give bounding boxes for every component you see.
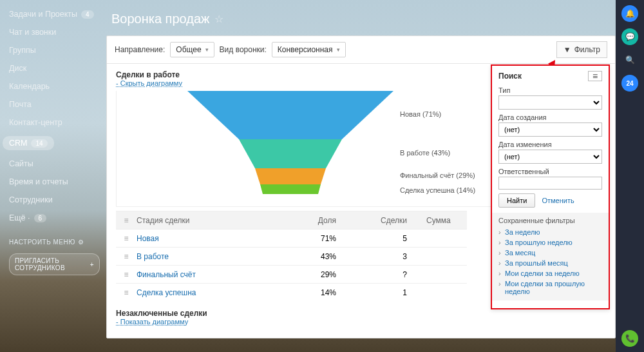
saved-filter-item[interactable]: За месяц (498, 248, 602, 258)
search-icon[interactable]: 🔍 (621, 52, 638, 68)
stages-table: ≡ Стадия сделки Доля Сделки Сумма ≡ Нова… (116, 211, 467, 301)
sidebar-item-chat[interactable]: Чат и звонки (9, 23, 100, 41)
star-icon[interactable]: ☆ (214, 13, 223, 25)
saved-filter-item[interactable]: За прошлую неделю (498, 237, 602, 248)
filter-type-label: Тип (498, 86, 602, 94)
sidebar-item-disk[interactable]: Диск (9, 59, 100, 77)
funnel-type-label: Вид воронки: (220, 45, 267, 54)
table-row: ≡ Новая 71% 5 (116, 229, 467, 247)
filter-panel-title: Поиск (498, 72, 522, 81)
col-stage[interactable]: Стадия сделки (137, 216, 278, 225)
funnel-svg (187, 91, 393, 200)
bell-icon[interactable]: 🔔 (621, 5, 638, 22)
list-view-icon[interactable] (588, 71, 602, 81)
saved-filter-item[interactable]: За прошлый месяц (498, 258, 602, 268)
svg-marker-2 (255, 168, 326, 184)
col-share[interactable]: Доля (278, 216, 355, 225)
badge: 4 (81, 10, 94, 19)
sidebar-item-crm[interactable]: CRM14 (9, 132, 100, 155)
badge: 6 (34, 214, 47, 222)
col-deals[interactable]: Сделки (355, 216, 426, 225)
filter-created-label: Дата создания (498, 113, 602, 121)
filter-responsible-label: Ответственный (498, 168, 602, 175)
funnel-type-dropdown[interactable]: Конверсионная▾ (272, 42, 346, 57)
plus-icon: + (90, 261, 94, 268)
badge: 14 (31, 139, 47, 148)
sidebar-item-more[interactable]: Ещё ·6 (9, 209, 100, 227)
svg-marker-0 (187, 91, 393, 139)
sidebar-item-tasks[interactable]: Задачи и Проекты4 (9, 5, 100, 23)
chevron-down-icon: ▾ (337, 46, 340, 53)
sidebar-item-mail[interactable]: Почта (9, 95, 100, 113)
chevron-down-icon: ▾ (205, 46, 209, 53)
saved-filter-item[interactable]: За неделю (498, 227, 602, 237)
svg-marker-1 (239, 139, 342, 168)
stage-link[interactable]: Новая (137, 234, 278, 243)
configure-menu-link[interactable]: НАСТРОИТЬ МЕНЮ⚙ (9, 239, 100, 246)
filter-toggle-button[interactable]: ▼Фильтр (556, 41, 607, 58)
drag-icon[interactable]: ≡ (116, 270, 137, 279)
funnel-stage-label: Финальный счёт (29%) (400, 171, 475, 179)
filter-modified-label: Дата изменения (498, 141, 602, 148)
unclosed-deals-title: Незаключенные сделки (116, 309, 606, 318)
drag-icon[interactable]: ≡ (116, 288, 137, 297)
sidebar-item-contact-center[interactable]: Контакт-центр (9, 113, 100, 132)
call-button[interactable]: 📞 (621, 330, 638, 347)
main: Воронка продаж ☆ Направление: Общее▾ Вид… (100, 0, 616, 352)
sidebar-item-calendar[interactable]: Календарь (9, 77, 100, 95)
stage-link[interactable]: Сделка успешна (137, 288, 278, 297)
table-row: ≡ В работе 43% 3 (116, 247, 467, 265)
page-title: Воронка продаж ☆ (100, 5, 616, 35)
svg-marker-3 (260, 184, 321, 194)
funnel-stage-label: В работе (43%) (400, 149, 450, 157)
cancel-link[interactable]: Отменить (542, 197, 574, 204)
find-button[interactable]: Найти (498, 193, 535, 208)
table-row: ≡ Сделка успешна 14% 1 (116, 283, 467, 301)
content-panel: Направление: Общее▾ Вид воронки: Конверс… (106, 35, 616, 338)
sidebar-item-sites[interactable]: Сайты (9, 155, 100, 173)
table-row: ≡ Финальный счёт 29% ? (116, 265, 467, 283)
filter-icon: ▼ (564, 45, 571, 54)
drag-icon[interactable]: ≡ (116, 216, 137, 225)
col-sum[interactable]: Сумма (426, 216, 465, 225)
funnel-stage-label: Сделка успешна (14%) (400, 186, 475, 194)
sidebar-item-time[interactable]: Время и отчеты (9, 173, 100, 191)
filter-created-select[interactable]: (нет) (498, 122, 602, 137)
sidebar-item-groups[interactable]: Группы (9, 41, 100, 59)
filter-modified-select[interactable]: (нет) (498, 150, 602, 164)
funnel-stage-label: Новая (71%) (400, 110, 441, 118)
show-diagram-link[interactable]: - Показать диаграмму (116, 318, 606, 326)
stage-link[interactable]: В работе (137, 252, 278, 261)
invite-button[interactable]: ПРИГЛАСИТЬ СОТРУДНИКОВ+ (9, 253, 100, 275)
right-rail: 🔔 💬 🔍 24 (616, 0, 644, 352)
sidebar-item-employees[interactable]: Сотрудники (9, 191, 100, 209)
saved-filters: Сохраненные фильтры За неделю За прошлую… (492, 213, 609, 300)
saved-filter-item[interactable]: Мои сделки за прошлую неделю (498, 279, 602, 297)
saved-filters-title: Сохраненные фильтры (498, 217, 602, 224)
sidebar: Задачи и Проекты4 Чат и звонки Группы Ди… (0, 0, 100, 352)
stage-link[interactable]: Финальный счёт (137, 270, 278, 279)
saved-filter-item[interactable]: Мои сделки за неделю (498, 268, 602, 279)
direction-label: Направление: (115, 45, 165, 54)
drag-icon[interactable]: ≡ (116, 252, 137, 261)
filter-panel: Поиск Тип Дата создания (нет) Дата измен… (491, 64, 610, 309)
filter-type-select[interactable] (498, 95, 602, 110)
table-header: ≡ Стадия сделки Доля Сделки Сумма (116, 211, 467, 229)
b24-badge[interactable]: 24 (621, 75, 638, 92)
toolbar: Направление: Общее▾ Вид воронки: Конверс… (107, 36, 615, 64)
chat-icon[interactable]: 💬 (621, 28, 638, 45)
gear-icon: ⚙ (78, 239, 84, 246)
direction-dropdown[interactable]: Общее▾ (170, 42, 214, 57)
drag-icon[interactable]: ≡ (116, 234, 137, 243)
filter-responsible-input[interactable] (498, 177, 602, 190)
